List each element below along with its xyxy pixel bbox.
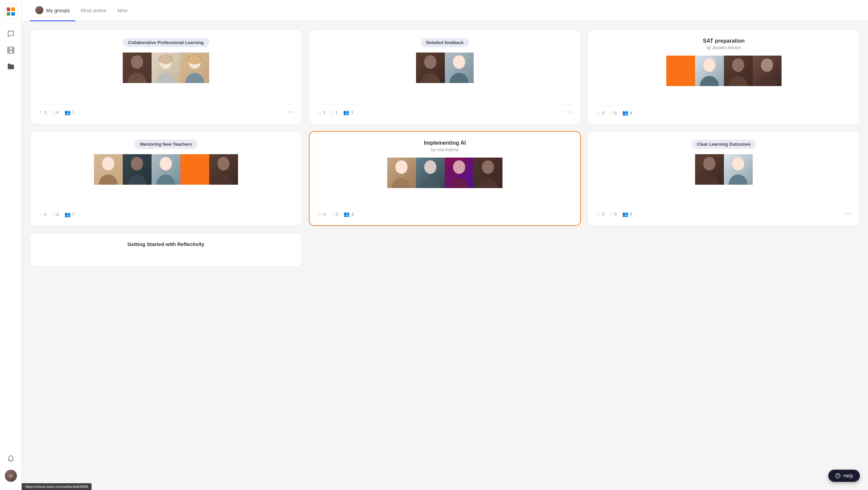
member-photo-1: [94, 154, 123, 185]
stars-count: 0: [44, 212, 46, 217]
card-mentoring[interactable]: Mentoring New Teachers: [30, 131, 302, 226]
members-stat: 👥 4: [343, 211, 354, 217]
members-icon: 👥: [622, 211, 629, 217]
card-title-row: Collaborative Professional Learning: [38, 38, 294, 47]
more-button[interactable]: ···: [288, 109, 294, 116]
svg-point-24: [761, 58, 773, 72]
svg-point-41: [478, 178, 497, 188]
card-sat-prep[interactable]: SAT preparation by Jennifer Aniston: [588, 29, 860, 124]
bell-icon[interactable]: [4, 452, 18, 466]
card-footer: ☆ 0 □ 0 👥 7: [38, 207, 294, 218]
members-count: 4: [630, 110, 632, 116]
member-photo-5: [209, 154, 238, 185]
star-icon: ☆: [38, 109, 43, 116]
card-collaborative[interactable]: Collaborative Professional Learning: [30, 29, 302, 124]
star-icon: ☆: [596, 110, 600, 116]
sidebar-item-folder[interactable]: [4, 60, 18, 73]
svg-point-26: [102, 157, 114, 170]
svg-point-39: [450, 178, 469, 188]
card-getting-started[interactable]: Getting Started with Reflectivity: [30, 233, 302, 267]
svg-point-9: [127, 73, 146, 83]
tab-avatar: [35, 6, 43, 14]
card-footer: ☆ 1 □ 1 👥 2 ···: [317, 104, 573, 116]
member-photo-2: [724, 154, 753, 185]
card-title: Collaborative Professional Learning: [123, 38, 209, 47]
svg-point-43: [700, 175, 719, 185]
svg-point-22: [732, 58, 744, 72]
comments-stat: □ 0: [610, 110, 617, 116]
more-button[interactable]: ···: [845, 210, 851, 218]
member-photo-orange: [180, 154, 209, 185]
comments-stat: □ 4: [52, 109, 59, 115]
comment-icon: □: [52, 212, 55, 218]
card-title-row: Implementing AI by Lisa Kudrow: [318, 140, 572, 152]
member-photo-2: [123, 154, 152, 185]
stars-count: 1: [323, 110, 326, 115]
comments-count: 0: [614, 110, 617, 116]
member-photo-2: [152, 53, 180, 83]
svg-point-14: [185, 73, 204, 83]
card-footer: ☆ 0 □ 0 👥 4: [318, 207, 572, 217]
user-avatar[interactable]: U: [5, 470, 17, 482]
card-detailed-feedback[interactable]: Detailed feedback ☆ 1 □: [309, 29, 581, 124]
members-count: 2: [351, 110, 353, 115]
stars-stat: ☆ 1: [317, 109, 326, 116]
card-title: Clear Learning Outcomes: [692, 140, 756, 149]
card-subtitle: by Lisa Kudrow: [431, 147, 459, 152]
app-logo[interactable]: [3, 4, 18, 19]
member-photo-2: [445, 53, 474, 83]
svg-point-36: [424, 160, 436, 174]
card-title-row: Clear Learning Outcomes: [596, 140, 851, 149]
card-title: Getting Started with Reflectivity: [127, 241, 204, 247]
star-icon: ☆: [596, 211, 600, 217]
svg-point-30: [160, 157, 172, 170]
logo-cell-orange: [11, 7, 15, 11]
members-icon: 👥: [64, 211, 71, 218]
star-icon: ☆: [317, 109, 322, 116]
stars-stat: ☆ 0: [318, 211, 326, 217]
tab-most-active[interactable]: Most active: [75, 1, 112, 20]
svg-point-16: [424, 55, 436, 69]
members-count: 8: [630, 211, 632, 217]
comments-stat: □ 0: [52, 212, 59, 218]
empty-slot: [309, 233, 581, 267]
card-photos: [596, 154, 851, 198]
card-title: Detailed feedback: [421, 38, 469, 47]
sidebar-bottom: U: [4, 452, 18, 486]
card-title: Implementing AI: [424, 140, 466, 146]
sidebar-item-film[interactable]: [4, 43, 18, 57]
svg-point-40: [482, 160, 494, 174]
tab-my-groups[interactable]: My groups: [30, 0, 75, 21]
card-clear-learning[interactable]: Clear Learning Outcomes ☆ 0: [588, 131, 860, 226]
svg-point-12: [158, 55, 173, 64]
comments-stat: □ 0: [610, 211, 617, 217]
comments-count: 4: [56, 110, 59, 115]
cards-area: Collaborative Professional Learning: [22, 21, 868, 490]
svg-point-42: [703, 157, 715, 170]
tabs-bar: My groups Most active New: [22, 0, 868, 21]
card-footer: ☆ 2 □ 0 👥 4: [596, 105, 851, 116]
member-photo-1: [695, 154, 724, 185]
comments-count: 1: [335, 110, 338, 115]
url-bar: https://cloud.swivl.com/skills/skill/490…: [22, 483, 92, 490]
card-title: Mentoring New Teachers: [135, 140, 197, 149]
members-count: 4: [351, 212, 354, 217]
members-stat: 👥 8: [622, 211, 632, 217]
tab-most-active-label: Most active: [81, 7, 106, 13]
members-stat: 👥 4: [622, 110, 632, 116]
comments-stat: □ 0: [331, 211, 338, 217]
svg-point-28: [131, 157, 143, 170]
help-button[interactable]: Help: [828, 470, 860, 482]
member-photo-2: [695, 56, 724, 86]
svg-point-8: [131, 55, 143, 69]
svg-point-37: [421, 178, 440, 188]
card-title-row: Detailed feedback: [317, 38, 573, 47]
star-icon: ☆: [38, 211, 43, 218]
more-button[interactable]: ···: [566, 109, 572, 116]
members-count: 7: [72, 110, 75, 115]
member-photo-2: [416, 158, 445, 188]
tab-new[interactable]: New: [112, 1, 133, 20]
sidebar-item-chat[interactable]: [4, 27, 18, 41]
card-implementing-ai[interactable]: Implementing AI by Lisa Kudrow: [309, 131, 581, 226]
svg-point-45: [729, 175, 748, 185]
